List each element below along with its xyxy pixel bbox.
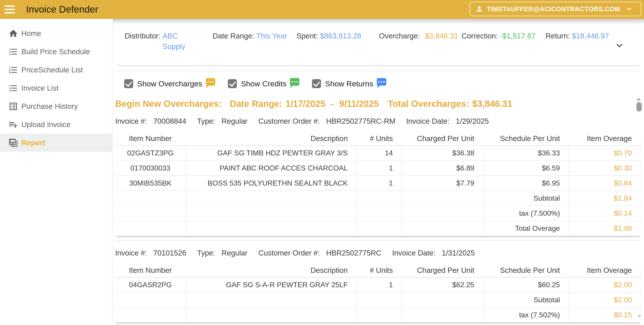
cell-schedule-per-unit: Subtotal (483, 292, 568, 307)
invoice-type-label: Type: (197, 117, 215, 125)
column-header: Item Number (115, 132, 186, 145)
show-credits-checkbox[interactable] (228, 79, 237, 88)
return-label: Return: (546, 32, 570, 40)
sidebar-item-label: Upload Invoice (21, 120, 70, 129)
cell-item-overage: $0.70 (568, 146, 640, 160)
cell-description (186, 221, 356, 236)
chevron-down-icon (615, 41, 624, 50)
invoice-date: 1/31/2025 (442, 249, 475, 257)
report-region: Begin New Overcharges:Date Range:1/17/20… (115, 99, 640, 323)
sidebar-item-upload-invoice[interactable]: Upload Invoice (0, 116, 112, 134)
bulleted-list-icon (8, 46, 19, 57)
toggle-show-overcharges: Show Overcharges (124, 79, 215, 88)
column-header: Description (186, 264, 356, 277)
cell-charged-per-unit (402, 191, 483, 206)
scrollbar-thumb[interactable] (636, 102, 642, 112)
column-header: Schedule Per Unit (483, 132, 568, 145)
cell-units (356, 221, 402, 236)
comment-bubble-icon[interactable] (290, 78, 300, 86)
sidebar-item-label: PriceSchedule List (21, 66, 83, 74)
spent-label: Spent: (296, 32, 318, 40)
filter-row: Distributor: ABC Supply Date Range: This… (124, 30, 614, 52)
cell-units (356, 191, 402, 206)
cell-description (186, 206, 356, 221)
scroll-up-arrow-icon[interactable] (636, 98, 641, 100)
cell-item-overage: $0.84 (568, 176, 640, 190)
filter-spent: Spent: $863,813.28 (296, 30, 379, 52)
filter-overcharge: Overcharge: $3,846.31 (379, 30, 462, 52)
cell-item-number (115, 308, 186, 322)
cell-schedule-per-unit: Total Overage (483, 221, 568, 236)
sidebar-item-build-price-schedule[interactable]: Build Price Schedule (0, 42, 112, 61)
cell-description: GAF SG S-A-R PEWTER GRAY 25LF (186, 278, 356, 292)
cell-units: 14 (356, 146, 402, 160)
cell-units: 1 (356, 278, 402, 292)
table-row: 0170030033 PAINT ABC ROOF ACCES CHARCOAL… (115, 161, 640, 176)
column-header: Item Number (115, 264, 186, 277)
table-row: Subtotal $2.00 (115, 292, 640, 308)
toggle-label: Show Overcharges (137, 80, 202, 88)
sidebar-item-priceschedule-list[interactable]: PriceSchedule List (0, 61, 112, 79)
overcharge-value: $3,846.31 (425, 32, 458, 40)
cell-units (356, 206, 402, 221)
list-box-icon (8, 101, 19, 112)
table-row: 02GASTZ3PG GAF SG TIMB HDZ PEWTER GRAY 3… (115, 146, 640, 161)
section-divider (115, 240, 640, 241)
toggle-label: Show Returns (325, 80, 373, 88)
column-header: # Units (356, 264, 402, 277)
sidebar-item-home[interactable]: Home (0, 24, 112, 42)
table-header-row: Item NumberDescription# UnitsCharged Per… (115, 132, 640, 146)
show-returns-checkbox[interactable] (312, 79, 321, 88)
heading-total-value: $3,846.31 (472, 99, 512, 109)
filter-correction: Correction: -$1,517.67 (462, 30, 546, 52)
column-header: Charged Per Unit (402, 132, 483, 145)
distributor-value-link[interactable]: ABC Supply (163, 30, 189, 52)
return-value: $18,446.97 (572, 32, 609, 40)
table-row: Subtotal $1.84 (115, 191, 640, 206)
cell-schedule-per-unit: $6.59 (483, 161, 568, 176)
date-range-value-link[interactable]: This Year (256, 32, 287, 40)
sidebar-item-report[interactable]: Report (0, 134, 112, 152)
cell-item-number (115, 206, 186, 221)
cell-units (356, 292, 402, 307)
sidebar-item-label: Build Price Schedule (21, 48, 90, 56)
invoice-date: 1/29/2025 (456, 117, 489, 125)
user-menu-button[interactable]: TIMSTAUFFER@ACICONTRACTORS.COM (470, 2, 641, 16)
heading-title: Begin New Overcharges: (115, 99, 222, 109)
main-content: Distributor: ABC Supply Date Range: This… (113, 19, 644, 325)
table-row: 04GASR2PG GAF SG S-A-R PEWTER GRAY 25LF … (115, 278, 640, 292)
table-header-row: Item NumberDescription# UnitsCharged Per… (115, 264, 640, 278)
column-header: Item Overage (568, 132, 640, 145)
table-body: 02GASTZ3PG GAF SG TIMB HDZ PEWTER GRAY 3… (115, 146, 640, 236)
cell-item-number (115, 221, 186, 236)
toggle-show-credits: Show Credits (228, 79, 300, 88)
cell-schedule-per-unit: tax (7.500%) (483, 206, 568, 221)
cell-description: BOSS 535 POLYURETHN SEALNT BLACK (186, 176, 356, 190)
comment-bubble-icon[interactable] (206, 78, 215, 86)
expand-filters-button[interactable] (614, 40, 624, 50)
scroll-down-arrow-icon[interactable] (637, 315, 641, 318)
chevron-down-icon (626, 6, 632, 12)
date-range-label: Date Range: (212, 32, 254, 40)
table-body: 04GASR2PG GAF SG S-A-R PEWTER GRAY 25LF … (115, 278, 640, 323)
sidebar-item-purchase-history[interactable]: Purchase History (0, 97, 112, 116)
heading-date-to: 9/11/2025 (339, 99, 379, 109)
person-icon (476, 5, 483, 13)
cell-item-number: 30MIB535BK (115, 176, 186, 190)
sidebar-item-invoice-list[interactable]: Invoice List (0, 79, 112, 97)
filter-summary-card: Distributor: ABC Supply Date Range: This… (116, 21, 641, 66)
cell-charged-per-unit (402, 221, 483, 236)
show-overcharges-checkbox[interactable] (124, 79, 133, 88)
menu-icon[interactable] (4, 6, 15, 14)
table-row: tax (7.500%) $0.14 (115, 206, 640, 221)
correction-value: -$1,517.67 (500, 32, 536, 40)
customer-order-number: HBR2502775RC-RM (326, 117, 396, 125)
cell-charged-per-unit (402, 292, 483, 307)
divider (116, 71, 641, 71)
heading-total-label: Total Overcharges: (388, 99, 469, 109)
cell-item-overage: $0.15 (568, 308, 640, 322)
filter-date-range: Date Range: This Year (212, 30, 296, 52)
bulleted-list-icon (8, 83, 19, 94)
sidebar-item-label: Report (21, 138, 45, 147)
comment-bubble-icon[interactable] (377, 78, 386, 86)
